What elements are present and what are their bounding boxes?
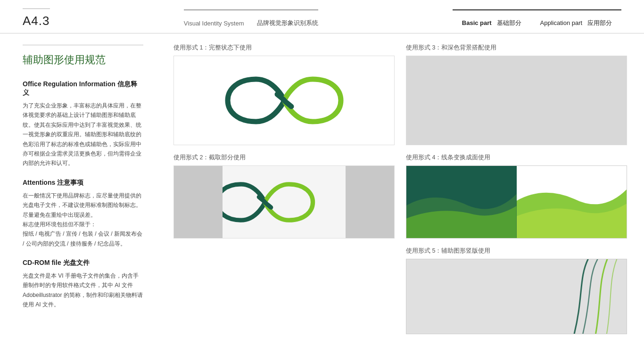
sidebar-top-border: 辅助图形使用规范 (23, 45, 143, 67)
usage-4-label: 使用形式 4：线条变换成面使用 (406, 154, 627, 162)
usage-5-image (406, 259, 627, 334)
row-3: 使用形式 5：辅助图形竖版使用 (173, 247, 627, 334)
row-2: 使用形式 2：截取部分使用 使用形式 4：线条变换成 (173, 154, 627, 239)
section-1-title: Office Regulation Information 信息释义 (23, 80, 143, 97)
row-1: 使用形式 1：完整状态下使用 使用形式 3：和深色背景搭配使用 (173, 44, 627, 145)
usage-5-block: 使用形式 5：辅助图形竖版使用 (406, 247, 627, 334)
sidebar-section-3: CD-ROM file 光盘文件 光盘文件是本 VI 手册电子文件的集合，内含手… (23, 259, 143, 310)
usage-4-block: 使用形式 4：线条变换成面使用 (406, 154, 627, 239)
section-3-body: 光盘文件是本 VI 手册电子文件的集合，内含手册制作时的专用软件格式文件，其中 … (23, 271, 143, 310)
vi-cn-label: 品牌视觉形象识别系统 (257, 19, 318, 27)
sidebar-section-2: Attentions 注意事项 在一般情况下使用品牌标志，应尽量使用提供的光盘电… (23, 179, 143, 248)
wave-right-svg (517, 166, 627, 238)
content-area: 使用形式 1：完整状态下使用 使用形式 3：和深色背景搭配使用 (160, 33, 644, 362)
section-1-body: 为了充实企业形象，丰富标志的具体应用，在整体视觉要求的基础上设计了辅助图形和辅助… (23, 101, 143, 168)
usage-1-block: 使用形式 1：完整状态下使用 (173, 44, 395, 145)
usage-3-label: 使用形式 3：和深色背景搭配使用 (406, 44, 627, 52)
vi-label: Visual Identity System (184, 20, 244, 27)
usage-3-block: 使用形式 3：和深色背景搭配使用 (406, 44, 627, 145)
header-left: A4.3 (23, 8, 50, 28)
usage-1-image (173, 56, 395, 145)
sidebar-section-1: Office Regulation Information 信息释义 为了充实企… (23, 80, 143, 168)
usage-3-image (406, 56, 627, 145)
app-part-label: Application part 应用部分 (531, 19, 621, 27)
header: A4.3 Visual Identity System 品牌视觉形象识别系统 B… (0, 0, 644, 33)
section-2-title: Attentions 注意事项 (23, 179, 143, 187)
usage-2-block: 使用形式 2：截取部分使用 (173, 154, 395, 239)
page-number: A4.3 (23, 14, 50, 28)
header-right: Basic part 基础部分 Application part 应用部分 (453, 9, 621, 27)
usage-2-label: 使用形式 2：截取部分使用 (173, 154, 395, 162)
usage-4-image (406, 165, 627, 239)
usage-2-image (173, 165, 395, 239)
vertical-svg (406, 259, 627, 334)
main-area: 辅助图形使用规范 Office Regulation Information 信… (0, 33, 644, 362)
infinity-full-svg (223, 65, 346, 136)
section-2-body: 在一般情况下使用品牌标志，应尽量使用提供的光盘电子文件，不建议使用标准制图绘制标… (23, 191, 143, 248)
sidebar-title: 辅助图形使用规范 (23, 53, 143, 67)
usage-5-label: 使用形式 5：辅助图形竖版使用 (406, 247, 627, 255)
usage-1-label: 使用形式 1：完整状态下使用 (173, 44, 395, 52)
header-center: Visual Identity System 品牌视觉形象识别系统 (184, 9, 319, 27)
infinity-cropped-svg (223, 172, 317, 233)
sidebar: 辅助图形使用规范 Office Regulation Information 信… (0, 33, 160, 362)
section-3-title: CD-ROM file 光盘文件 (23, 259, 143, 267)
wave-left-svg (406, 166, 517, 238)
basic-part-label: Basic part 基础部分 (453, 19, 531, 27)
